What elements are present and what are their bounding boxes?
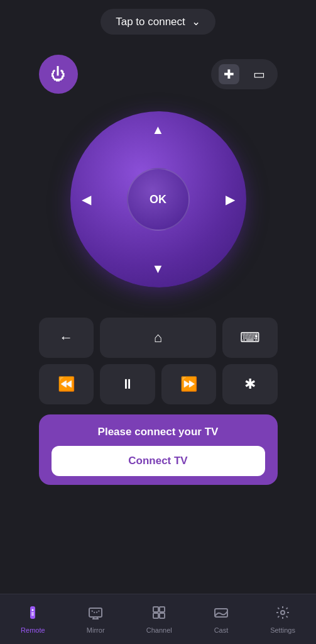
forward-icon: ⏩ <box>180 376 197 392</box>
connect-banner-text: Please connect your TV <box>98 426 219 438</box>
connect-tv-button[interactable]: Connect TV <box>52 446 265 476</box>
rewind-icon: ⏪ <box>58 376 75 392</box>
nav-label-settings: Settings <box>270 626 295 634</box>
nav-screen-button[interactable]: ▭ <box>248 64 270 84</box>
nav-screen-icon: ▭ <box>253 67 265 81</box>
power-button[interactable]: ⏻ <box>39 55 78 94</box>
back-button[interactable]: ← <box>39 318 94 358</box>
svg-point-1 <box>32 609 34 611</box>
dpad-wrapper: ▲ ◀ OK ▶ ▼ <box>70 111 246 287</box>
power-icon: ⏻ <box>51 65 66 83</box>
nav-item-remote[interactable]: Remote <box>13 600 53 639</box>
nav-item-settings[interactable]: Settings <box>263 600 303 639</box>
home-button[interactable]: ⌂ <box>100 318 216 358</box>
nav-move-icon: ✚ <box>224 67 234 81</box>
cast-icon <box>214 605 229 624</box>
rewind-button[interactable]: ⏪ <box>39 364 94 404</box>
nav-item-cast[interactable]: Cast <box>206 600 236 639</box>
dpad-up-button[interactable]: ▲ <box>152 123 165 137</box>
nav-label-mirror: Mirror <box>87 626 105 634</box>
forward-button[interactable]: ⏩ <box>161 364 217 404</box>
button-grid: ← ⌂ ⌨ ⏪ ⏸ ⏩ ✱ <box>39 318 278 404</box>
nav-label-cast: Cast <box>214 626 229 634</box>
connect-tv-label: Connect TV <box>128 455 187 467</box>
connect-banner: Please connect your TV Connect TV <box>39 414 278 485</box>
dpad-up-icon: ▲ <box>152 123 165 136</box>
nav-label-remote: Remote <box>21 626 45 634</box>
dpad-right-button[interactable]: ▶ <box>226 192 235 207</box>
svg-point-10 <box>281 611 285 614</box>
svg-rect-7 <box>153 613 158 618</box>
nav-label-channel: Channel <box>146 626 172 634</box>
channel-icon <box>151 605 166 624</box>
mirror-icon <box>88 605 103 624</box>
dpad-down-button[interactable]: ▼ <box>152 262 165 276</box>
ok-button[interactable]: OK <box>127 168 190 231</box>
connect-label: Tap to connect <box>116 16 185 28</box>
svg-rect-3 <box>31 614 34 616</box>
options-icon: ✱ <box>244 376 256 392</box>
dpad-left-button[interactable]: ◀ <box>82 192 91 207</box>
nav-item-channel[interactable]: Channel <box>139 600 180 639</box>
options-button[interactable]: ✱ <box>222 364 278 404</box>
connect-bar[interactable]: Tap to connect ⌄ <box>101 9 215 35</box>
chevron-down-icon: ⌄ <box>192 15 200 28</box>
home-icon: ⌂ <box>154 330 162 346</box>
dpad-down-icon: ▼ <box>152 262 165 275</box>
svg-rect-5 <box>153 607 158 612</box>
ok-label: OK <box>150 193 166 206</box>
nav-mode-group: ✚ ▭ <box>211 59 278 89</box>
svg-rect-4 <box>89 608 102 617</box>
nav-move-button[interactable]: ✚ <box>219 64 239 84</box>
keyboard-icon: ⌨ <box>240 330 260 346</box>
svg-rect-8 <box>160 613 165 618</box>
settings-icon <box>275 605 290 624</box>
dpad-left-icon: ◀ <box>82 192 91 206</box>
top-controls: ⏻ ✚ ▭ <box>39 55 278 94</box>
back-icon: ← <box>59 330 73 346</box>
svg-rect-6 <box>160 607 165 612</box>
remote-icon <box>25 605 40 624</box>
dpad-circle: ▲ ◀ OK ▶ ▼ <box>70 111 246 287</box>
dpad-right-icon: ▶ <box>226 192 235 206</box>
bottom-nav: Remote Mirror Channel <box>0 594 316 644</box>
keyboard-button[interactable]: ⌨ <box>222 318 278 358</box>
playpause-button[interactable]: ⏸ <box>100 364 155 404</box>
playpause-icon: ⏸ <box>121 376 134 392</box>
nav-item-mirror[interactable]: Mirror <box>79 600 112 639</box>
svg-rect-2 <box>31 613 34 614</box>
